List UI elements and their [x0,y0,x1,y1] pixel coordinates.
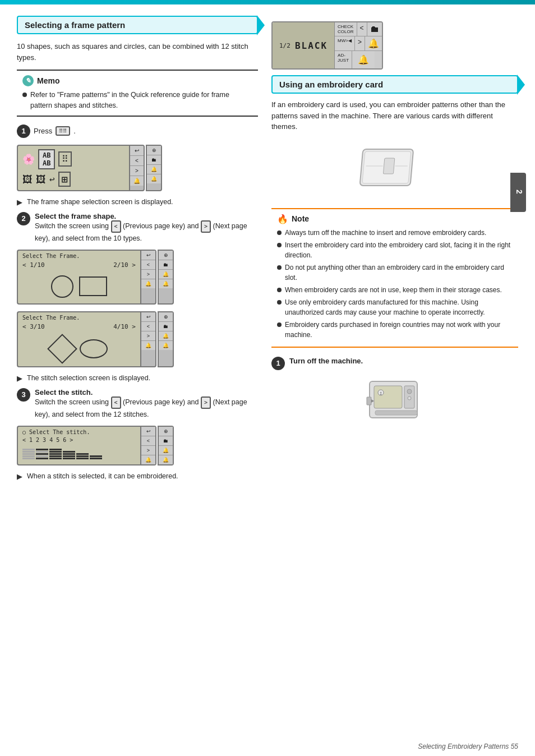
memo-title: ✎ Memo [22,75,252,86]
btn-ok[interactable]: 🔔 [130,176,144,186]
btn-icon3[interactable]: 🔔 [352,51,375,68]
sb-back[interactable]: ↩ [141,427,155,436]
btn-r2[interactable]: 🖿 [147,155,161,165]
memo-box: ✎ Memo Refer to "Frame patterns" in the … [17,70,258,117]
btn-r1[interactable]: ⊕ [147,146,161,155]
page-footer: Selecting Embroidery Patterns 55 [418,743,518,750]
note-text-3: Do not put anything other than an embroi… [285,262,513,283]
frb2-3[interactable]: 🔔 [159,331,173,341]
step2-note: The stitch selection screen is displayed… [27,374,150,382]
btn-prev[interactable]: < [130,156,144,166]
note-text-1: Always turn off the machine to insert an… [285,228,486,238]
frb1-4[interactable]: 🔔 [159,279,173,288]
step2-content: Select the frame shape. Switch the scree… [35,212,258,244]
sb-ok[interactable]: 🔔 [141,455,155,464]
page-tab: 2 [510,173,526,212]
srb-1[interactable]: ⊕ [159,427,173,436]
step1-key-icon: ⠿⠿ [56,126,70,136]
note-text-2: Insert the embroidery card into the embr… [285,240,513,260]
frame-nav-1: < 1/10 2/10 > [22,261,136,269]
frb2-4[interactable]: 🔔 [159,341,173,350]
sb-next[interactable]: > [141,446,155,455]
srb-3[interactable]: 🔔 [159,446,173,455]
frame-main-1: Select The Frame. < 1/10 2/10 > [17,250,140,305]
s3l4 [49,455,62,457]
frb1-2[interactable]: 🖿 [159,260,173,270]
frame-main-2: Select The Frame. < 3/10 4/10 > [17,311,140,367]
note-item-5: Use only embroidery cards manufactured f… [277,297,513,317]
svg-text:I: I [380,391,382,396]
frb2-2[interactable]: 🖿 [159,322,173,331]
note-item-2: Insert the embroidery card into the embr… [277,240,513,260]
btn-icon1[interactable]: 🖿 [367,22,382,36]
frame-rbtns-1: ⊕ 🖿 🔔 🔔 [158,250,174,305]
btn-r3[interactable]: 🔔 [147,165,161,174]
btn-check-color[interactable]: CHECKCOLOR [335,22,357,36]
sb-prev[interactable]: < [141,436,155,446]
s4l3 [63,455,75,457]
step3-note: When a stitch is selected, it can be emb… [27,472,178,480]
s4l2 [63,453,75,455]
fb2-back[interactable]: ↩ [141,312,155,322]
machine-lcd-main: 1/2 BLACK [273,22,335,68]
btn-adjust[interactable]: AD-JUST [335,51,352,68]
step3-prev-key: < [111,397,121,409]
right-step1-text: Turn off the machine. [289,357,518,365]
right-step1-content: Turn off the machine. [289,357,518,365]
step3-content: Select the stitch. Switch the screen usi… [35,388,258,420]
card-svg [358,138,431,200]
arrow1: ▶ [17,198,22,206]
note-bullet-3 [277,265,282,270]
memo-icon: ✎ [22,75,34,86]
card-image-container [271,138,518,201]
btn-icon2[interactable]: 🔔 [365,36,382,50]
s5l1 [76,453,89,455]
btn-r4[interactable]: 🔔 [147,174,161,183]
svg-point-9 [408,397,411,400]
bullet-dot [22,93,27,97]
left-section-header: Selecting a frame pattern [17,16,258,34]
step1-dot: . [73,127,76,135]
s3l1 [49,449,62,450]
stitch-col-6 [90,455,102,459]
btn-mw[interactable]: MW>◀ [335,36,355,50]
s3l3 [49,453,62,455]
fb2-next[interactable]: > [141,331,155,341]
fb1-back[interactable]: ↩ [141,251,155,260]
frame-shapes-2 [22,334,136,364]
s1l5 [22,458,35,459]
svg-rect-10 [375,411,417,415]
fb1-prev[interactable]: < [141,260,155,270]
frb1-1[interactable]: ⊕ [159,251,173,260]
btn-more[interactable]: > [355,36,365,50]
stitch-bar [22,446,136,462]
stitch-rbtns: ⊕ 🖿 🔔 🔔 [158,426,174,465]
stitch-nav: < 1 2 3 4 5 6 > [22,437,136,443]
srb-2[interactable]: 🖿 [159,436,173,446]
frb2-1[interactable]: ⊕ [159,312,173,322]
btn-less[interactable]: < [357,22,367,36]
machine-off-image: I [271,376,518,425]
frb1-3[interactable]: 🔔 [159,270,173,279]
fb1-next[interactable]: > [141,270,155,279]
srb-4[interactable]: 🔔 [159,455,173,464]
fb1-ok[interactable]: 🔔 [141,279,155,288]
note-text-5: Use only embroidery cards manufactured f… [285,297,513,317]
frame-title-1: Select The Frame. [22,253,136,259]
btn-next[interactable]: > [130,166,144,176]
note-title: 🔥 Note [277,214,513,224]
step3-next-key: > [201,397,211,409]
fb2-ok[interactable]: 🔔 [141,341,155,350]
s6l2 [90,458,102,459]
btn-back[interactable]: ↩ [130,146,144,156]
shape-rect-1 [79,276,107,296]
note-fire-icon: 🔥 [277,214,288,224]
frame-title-2: Select The Frame. [22,315,136,321]
step3-prev-label: (Previous page key) and [123,398,199,406]
step2-circle: 2 [17,212,30,225]
s5l3 [76,458,89,459]
note-item-3: Do not put anything other than an embroi… [277,262,513,283]
frame-screen-2: Select The Frame. < 3/10 4/10 > ↩ < > 🔔 [17,311,258,367]
fb2-prev[interactable]: < [141,322,155,331]
machine-fraction: 1/2 [279,42,290,49]
